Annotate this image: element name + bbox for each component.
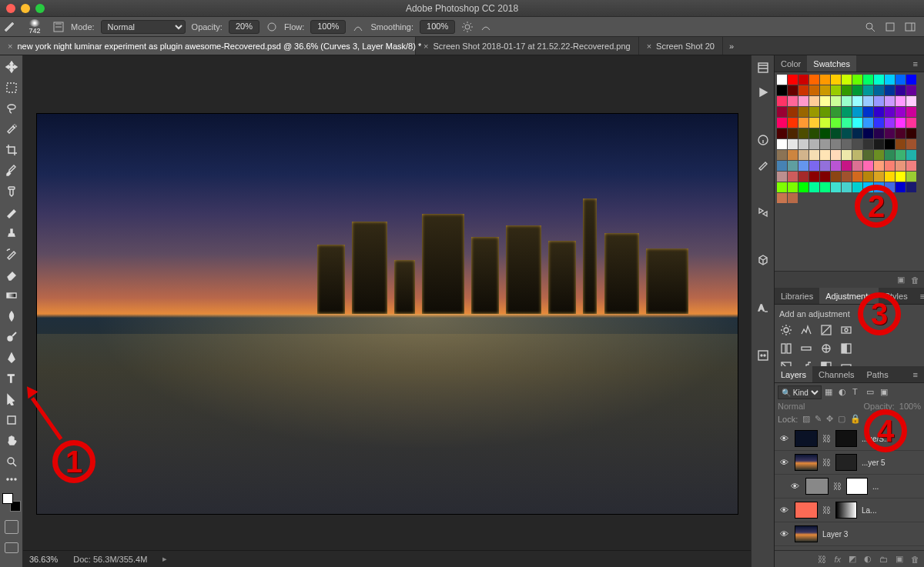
quick-mask-toggle[interactable] [5, 520, 18, 534]
pen-tool[interactable] [3, 349, 20, 366]
swatch[interactable] [842, 161, 852, 171]
layers-tab[interactable]: Layers [775, 366, 812, 382]
swatch[interactable] [820, 107, 830, 117]
filter-smart-icon[interactable]: ▣ [880, 387, 891, 398]
swatch[interactable] [842, 139, 852, 149]
swatch[interactable] [906, 182, 916, 192]
swatch[interactable] [842, 118, 852, 128]
swatch[interactable] [831, 128, 841, 138]
swatch[interactable] [798, 107, 808, 117]
layer-name[interactable]: ...ue/S... [862, 435, 890, 443]
swatch[interactable] [809, 128, 819, 138]
swatch[interactable] [852, 172, 862, 182]
swatch[interactable] [809, 96, 819, 106]
brush-tool[interactable] [3, 204, 20, 221]
blend-mode-select[interactable]: Normal [101, 20, 186, 34]
history-panel-icon[interactable] [755, 60, 771, 75]
swatch[interactable] [852, 161, 862, 171]
character-panel-icon[interactable]: A [755, 300, 771, 315]
swatch[interactable] [852, 139, 862, 149]
swatch[interactable] [852, 150, 862, 160]
swatch[interactable] [896, 85, 906, 95]
mask-link-icon[interactable]: ⛓ [822, 505, 831, 515]
swatch[interactable] [863, 182, 873, 192]
filter-shape-icon[interactable]: ▭ [866, 387, 877, 398]
swatch[interactable] [906, 150, 916, 160]
swatch[interactable] [777, 172, 787, 182]
brush-panel-icon[interactable] [52, 21, 65, 33]
layer-thumbnail[interactable] [795, 502, 818, 519]
swatch[interactable] [906, 161, 916, 171]
swatch[interactable] [885, 107, 895, 117]
swatch[interactable] [809, 85, 819, 95]
path-select-tool[interactable] [3, 391, 20, 408]
add-mask-icon[interactable]: ◩ [849, 554, 856, 564]
link-layers-icon[interactable]: ⛓ [818, 555, 826, 564]
swatch[interactable] [809, 182, 819, 192]
channels-tab[interactable]: Channels [812, 366, 860, 382]
swatch[interactable] [820, 118, 830, 128]
zoom-level[interactable]: 36.63% [29, 555, 58, 564]
swatch[interactable] [885, 96, 895, 106]
swatch[interactable] [863, 161, 873, 171]
zoom-tool[interactable] [3, 453, 20, 470]
swatch[interactable] [885, 161, 895, 171]
paths-tab[interactable]: Paths [861, 366, 895, 382]
new-layer-icon[interactable]: ▣ [896, 554, 903, 564]
color-tab[interactable]: Color [775, 55, 807, 72]
swatch[interactable] [842, 75, 852, 85]
layer-row[interactable]: 👁⛓...ue/S... [775, 427, 924, 451]
delete-swatch-icon[interactable]: 🗑 [911, 275, 919, 285]
swatch[interactable] [777, 118, 787, 128]
history-brush-tool[interactable] [3, 245, 20, 262]
swatch[interactable] [906, 75, 916, 85]
flow-value[interactable]: 100% [310, 20, 346, 34]
workspace-icon[interactable] [904, 21, 916, 33]
document-tab[interactable]: ×Screen Shot 2018-01-17 at 21.52.22-Reco… [416, 37, 639, 55]
new-group-icon[interactable]: 🗀 [879, 555, 888, 564]
swatch[interactable] [798, 182, 808, 192]
edit-toolbar-icon[interactable] [3, 474, 20, 485]
swatch[interactable] [831, 118, 841, 128]
swatch[interactable] [809, 150, 819, 160]
swatch[interactable] [777, 150, 787, 160]
layer-fx-icon[interactable]: fx [834, 555, 841, 564]
close-tab-icon[interactable]: × [8, 42, 12, 51]
swatch[interactable] [896, 75, 906, 85]
swatch[interactable] [809, 172, 819, 182]
swatch[interactable] [798, 172, 808, 182]
swatch[interactable] [798, 128, 808, 138]
layer-mask-thumbnail[interactable] [835, 502, 857, 519]
search-icon[interactable] [864, 21, 876, 33]
smoothing-gear-icon[interactable] [461, 21, 474, 33]
swatch[interactable] [788, 172, 798, 182]
healing-brush-tool[interactable] [3, 183, 20, 200]
layer-row[interactable]: 👁⛓... [775, 475, 924, 499]
swatch[interactable] [777, 96, 787, 106]
dodge-tool[interactable] [3, 329, 20, 345]
symmetry-icon[interactable] [480, 21, 492, 33]
new-swatch-icon[interactable]: ▣ [897, 275, 905, 285]
swatch[interactable] [874, 118, 884, 128]
swatch[interactable] [874, 150, 884, 160]
new-adjustment-icon[interactable]: ◐ [864, 554, 872, 564]
mask-link-icon[interactable]: ⛓ [833, 482, 842, 491]
swatch[interactable] [777, 85, 787, 95]
swatch[interactable] [885, 150, 895, 160]
swatch[interactable] [863, 118, 873, 128]
filter-adjustment-icon[interactable]: ◐ [839, 387, 849, 398]
layer-name[interactable]: Layer 3 [822, 530, 848, 539]
minimize-window-button[interactable] [21, 4, 30, 13]
swatch[interactable] [788, 107, 798, 117]
layer-thumbnail[interactable] [795, 454, 818, 471]
delete-layer-icon[interactable]: 🗑 [911, 555, 919, 564]
swatch[interactable] [820, 75, 830, 85]
close-window-button[interactable] [6, 4, 15, 13]
lock-position-icon[interactable]: ✥ [826, 414, 833, 424]
swatch[interactable] [820, 96, 830, 106]
layer-name[interactable]: La... [862, 506, 876, 515]
swatch[interactable] [842, 172, 852, 182]
swatch[interactable] [906, 118, 916, 128]
swatch[interactable] [820, 161, 830, 171]
lock-all-icon[interactable]: 🔒 [850, 414, 861, 424]
